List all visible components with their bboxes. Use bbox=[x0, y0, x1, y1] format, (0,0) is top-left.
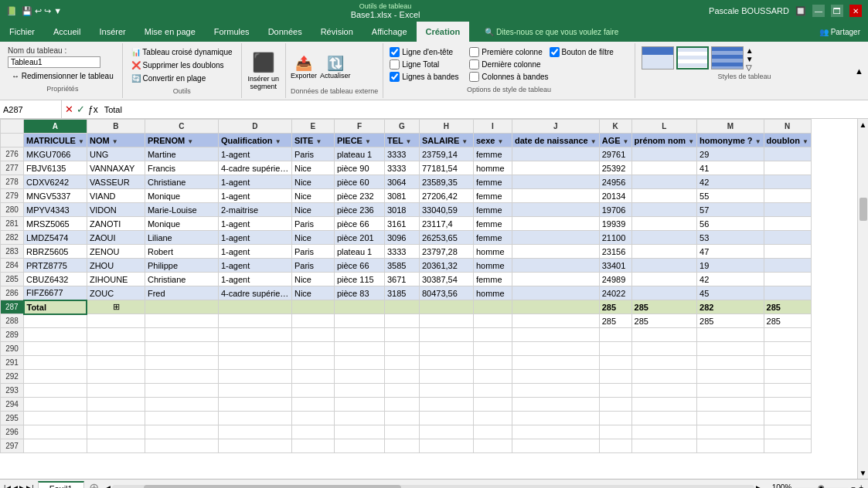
tell-me[interactable]: 🔍 Dites-nous ce que vous voulez faire bbox=[469, 22, 812, 42]
row-header-284[interactable]: 284 bbox=[1, 259, 24, 273]
row-header-277[interactable]: 277 bbox=[1, 161, 24, 175]
cell-282-7[interactable]: 26253,65 bbox=[419, 231, 473, 245]
cb-lignes-bandes[interactable]: Lignes à bandes bbox=[390, 72, 468, 82]
col-header-M[interactable]: M bbox=[697, 120, 764, 134]
cell-281-11[interactable] bbox=[631, 217, 697, 231]
cell-279-8[interactable]: femme bbox=[473, 189, 512, 203]
tab-donnees[interactable]: Données bbox=[259, 22, 311, 42]
cell-280-3[interactable]: 2-maitrise bbox=[218, 203, 291, 217]
cell-283-10[interactable]: 23156 bbox=[599, 245, 631, 259]
cell-278-4[interactable]: Nice bbox=[291, 175, 334, 189]
cell-280-12[interactable]: 57 bbox=[697, 203, 764, 217]
cell-277-11[interactable] bbox=[631, 161, 697, 175]
cell-291-7[interactable] bbox=[419, 356, 473, 370]
cell-278-5[interactable]: pièce 60 bbox=[334, 175, 384, 189]
cell-286-9[interactable] bbox=[512, 286, 599, 300]
tab-fichier[interactable]: Fichier bbox=[0, 22, 44, 42]
cell-284-2[interactable]: Philippe bbox=[145, 259, 218, 273]
cell-294-10[interactable] bbox=[599, 398, 631, 412]
row-header-290[interactable]: 290 bbox=[1, 342, 24, 356]
cell-282-9[interactable] bbox=[512, 231, 599, 245]
cell-290-9[interactable] bbox=[512, 342, 599, 356]
cell-292-7[interactable] bbox=[419, 370, 473, 384]
cell-294-12[interactable] bbox=[697, 398, 764, 412]
cell-282-12[interactable]: 53 bbox=[697, 231, 764, 245]
cell-284-9[interactable] bbox=[512, 259, 599, 273]
col-header-I[interactable]: I bbox=[473, 120, 512, 134]
cell-295-7[interactable] bbox=[419, 412, 473, 425]
cell-292-2[interactable] bbox=[145, 370, 218, 384]
cell-282-8[interactable]: femme bbox=[473, 231, 512, 245]
cell-286-3[interactable]: 4-cadre supérie… bbox=[218, 286, 291, 300]
cell-296-5[interactable] bbox=[334, 425, 384, 439]
col-header-N[interactable]: N bbox=[764, 120, 811, 134]
tab-revision[interactable]: Révision bbox=[311, 22, 363, 42]
cell-297-7[interactable] bbox=[419, 439, 473, 453]
supprimer-doublons-btn[interactable]: ❌ Supprimer les doublons bbox=[128, 59, 237, 71]
cell-reference[interactable]: A287 bbox=[0, 100, 62, 118]
cell-297-5[interactable] bbox=[334, 439, 384, 453]
cell-297-8[interactable] bbox=[473, 439, 512, 453]
cb-colonnes-bandes[interactable]: Colonnes à bandes bbox=[469, 72, 548, 82]
cell-289-3[interactable] bbox=[218, 328, 291, 342]
cell-285-11[interactable] bbox=[631, 273, 697, 286]
cell-287-8[interactable] bbox=[473, 300, 512, 314]
cb-bouton-filtre[interactable]: Bouton de filtre bbox=[550, 47, 628, 57]
cell-295-11[interactable] bbox=[631, 412, 697, 425]
cell-296-4[interactable] bbox=[291, 425, 334, 439]
cell-278-3[interactable]: 1-agent bbox=[218, 175, 291, 189]
col-piece-header[interactable]: PIECE ▼ bbox=[334, 134, 384, 147]
row-header-282[interactable]: 282 bbox=[1, 231, 24, 245]
cell-297-6[interactable] bbox=[384, 439, 419, 453]
cell-282-5[interactable]: pièce 201 bbox=[334, 231, 384, 245]
cell-292-11[interactable] bbox=[631, 370, 697, 384]
cancel-formula-icon[interactable]: ✕ bbox=[65, 103, 73, 115]
cell-282-13[interactable] bbox=[764, 231, 811, 245]
col-age-header[interactable]: AGE ▼ bbox=[599, 134, 631, 147]
cell-281-4[interactable]: Paris bbox=[291, 217, 334, 231]
share-button[interactable]: 👥 Partager bbox=[812, 22, 868, 42]
cell-290-1[interactable] bbox=[87, 342, 145, 356]
cell-292-0[interactable] bbox=[24, 370, 87, 384]
styles-up[interactable]: ▲ bbox=[746, 46, 754, 55]
cell-280-8[interactable]: femme bbox=[473, 203, 512, 217]
cell-280-5[interactable]: pièce 236 bbox=[334, 203, 384, 217]
cell-295-6[interactable] bbox=[384, 412, 419, 425]
scroll-thumb[interactable] bbox=[859, 198, 867, 221]
cell-287-7[interactable] bbox=[419, 300, 473, 314]
cell-291-4[interactable] bbox=[291, 356, 334, 370]
cell-297-2[interactable] bbox=[145, 439, 218, 453]
cell-282-4[interactable]: Nice bbox=[291, 231, 334, 245]
col-header-C[interactable]: C bbox=[145, 120, 218, 134]
style-thumb-1[interactable] bbox=[642, 46, 674, 69]
cb-ligne-entete[interactable]: Ligne d'en-tête bbox=[390, 47, 468, 57]
cell-294-8[interactable] bbox=[473, 398, 512, 412]
cell-287-10[interactable]: 285 bbox=[599, 300, 631, 314]
scroll-down[interactable]: ▼ bbox=[858, 467, 868, 479]
cell-293-10[interactable] bbox=[599, 384, 631, 398]
cell-296-10[interactable] bbox=[599, 425, 631, 439]
tab-mise-en-page[interactable]: Mise en page bbox=[135, 22, 205, 42]
cell-296-12[interactable] bbox=[697, 425, 764, 439]
cell-280-4[interactable]: Nice bbox=[291, 203, 334, 217]
cell-292-13[interactable] bbox=[764, 370, 811, 384]
cell-290-4[interactable] bbox=[291, 342, 334, 356]
cell-278-11[interactable] bbox=[631, 175, 697, 189]
zoom-in-btn[interactable]: + bbox=[859, 483, 863, 488]
cell-278-2[interactable]: Christiane bbox=[145, 175, 218, 189]
formula-input[interactable] bbox=[101, 105, 868, 114]
cell-281-3[interactable]: 1-agent bbox=[218, 217, 291, 231]
cell-290-12[interactable] bbox=[697, 342, 764, 356]
cell-283-3[interactable]: 1-agent bbox=[218, 245, 291, 259]
cell-281-10[interactable]: 19939 bbox=[599, 217, 631, 231]
cell-276-10[interactable]: 29761 bbox=[599, 147, 631, 161]
cell-283-6[interactable]: 3333 bbox=[384, 245, 419, 259]
cell-291-12[interactable] bbox=[697, 356, 764, 370]
cell-288-2[interactable] bbox=[145, 314, 218, 328]
cell-280-9[interactable] bbox=[512, 203, 599, 217]
cell-280-2[interactable]: Marie-Louise bbox=[145, 203, 218, 217]
cell-282-2[interactable]: Liliane bbox=[145, 231, 218, 245]
cell-284-0[interactable]: PRTZ8775 bbox=[24, 259, 87, 273]
row-header-287[interactable]: 287 bbox=[1, 300, 24, 314]
cell-292-6[interactable] bbox=[384, 370, 419, 384]
